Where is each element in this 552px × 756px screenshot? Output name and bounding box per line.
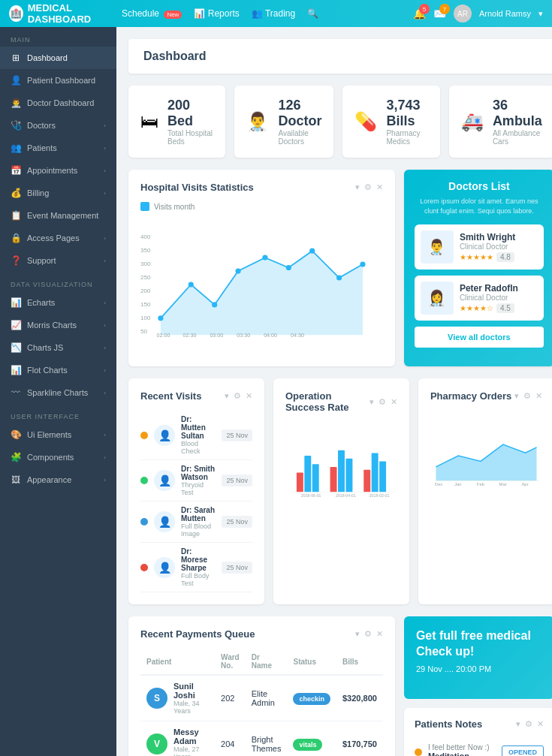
- close-icon[interactable]: ✕: [535, 391, 542, 401]
- payments-table: Patient Ward No. Dr Name Status Bills SS…: [140, 649, 383, 756]
- notes-list: I feel better Now :) Meditation OPENED T…: [415, 739, 544, 756]
- messages-icon[interactable]: ✉️ 7: [433, 8, 446, 20]
- reports-link[interactable]: 📊 Reports: [194, 8, 239, 19]
- doctors-label: Available Doctors: [278, 129, 321, 146]
- sidebar-item-label: Sparkline Charts: [27, 388, 88, 397]
- visit-info-0: Dr: Mutten Sultan Blood Check: [181, 415, 216, 455]
- timeline-dot: [140, 432, 148, 439]
- chevron-down-icon[interactable]: ▾: [370, 397, 374, 407]
- recent-visits-title: Recent Visits: [140, 390, 201, 402]
- table-row: VMessy AdamMale, 27 Years 204 Bright The…: [140, 721, 383, 757]
- stat-card-beds: 🛏 200 Bed Total Hospital Beds: [128, 86, 225, 158]
- sidebar-item-label: Access Pages: [27, 233, 80, 242]
- svg-rect-30: [372, 453, 379, 492]
- sidebar-item-billing[interactable]: 💰 Billing ›: [0, 182, 116, 204]
- sidebar-item-echarts[interactable]: 📊 Echarts ›: [0, 291, 116, 314]
- sidebar-item-doctor-dashboard[interactable]: 👨‍⚕️ Doctor Dashboard: [0, 92, 116, 114]
- notifications-icon[interactable]: 🔔 5: [413, 8, 426, 20]
- sidebar-item-dashboard[interactable]: ⊞ Dashboard: [0, 47, 116, 69]
- svg-text:Jan: Jan: [454, 482, 462, 486]
- svg-point-15: [336, 275, 342, 280]
- sidebar-item-label: Components: [27, 453, 74, 462]
- sidebar-item-doctors[interactable]: 🩺 Doctors ›: [0, 114, 116, 137]
- ui-elements-icon: 🎨: [11, 429, 21, 440]
- chevron-down-icon[interactable]: ▾: [514, 391, 519, 401]
- note-btn-0[interactable]: OPENED: [502, 745, 544, 757]
- chart-controls[interactable]: ▾ ⚙ ✕: [355, 182, 383, 192]
- svg-rect-27: [338, 450, 345, 492]
- right-col: Get full free medical Check up! 29 Nov .…: [404, 616, 552, 756]
- sidebar-item-patient-dashboard[interactable]: 👤 Patient Dashboard: [0, 69, 116, 92]
- bills-cell: $170,750: [336, 721, 383, 757]
- chart-title: Hospital Visits Statistics: [140, 182, 254, 193]
- svg-text:Apr: Apr: [521, 482, 528, 486]
- operation-controls[interactable]: ▾ ⚙ ✕: [370, 397, 397, 407]
- sidebar-main-title: MAIN: [0, 27, 116, 47]
- sidebar-item-label: Appointments: [27, 166, 77, 175]
- sidebar-item-label: Event Management: [27, 211, 98, 220]
- sidebar-item-morris[interactable]: 📈 Morris Charts ›: [0, 314, 116, 336]
- appointments-icon: 📅: [11, 165, 21, 176]
- sidebar-item-sparkline[interactable]: 〰 Sparkline Charts ›: [0, 381, 116, 404]
- sidebar-item-flot[interactable]: 📊 Flot Charts ›: [0, 359, 116, 381]
- pharmacy-controls[interactable]: ▾ ⚙ ✕: [514, 391, 542, 401]
- svg-text:350: 350: [140, 247, 151, 254]
- chevron-down-icon[interactable]: ▾: [225, 391, 229, 401]
- logo-icon: 🏥: [9, 5, 23, 22]
- visit-avatar-0: 👤: [154, 425, 175, 446]
- visit-type-0: Blood Check: [181, 440, 216, 455]
- recent-visits-controls[interactable]: ▾ ⚙ ✕: [225, 391, 252, 401]
- chevron-right-icon: ›: [104, 322, 106, 329]
- hospital-visits-chart-card: Hospital Visits Statistics ▾ ⚙ ✕ Visits …: [128, 170, 395, 366]
- note-text-0: I feel better Now :): [428, 743, 496, 751]
- sidebar-item-appearance[interactable]: 🖼 Appearance ›: [0, 468, 116, 491]
- sidebar-item-components[interactable]: 🧩 Components ›: [0, 446, 116, 468]
- operation-svg: 2018-06-01 2018-04-01 2018-02-01: [285, 422, 397, 512]
- sidebar-item-event-management[interactable]: 📋 Event Management: [0, 204, 116, 227]
- chevron-down-icon[interactable]: ▾: [355, 629, 360, 639]
- sidebar-item-ui-elements[interactable]: 🎨 Ui Elements ›: [0, 423, 116, 446]
- pharmacy-orders-card: Pharmacy Orders ▾ ⚙ ✕ Dec Jan Feb Mar Ap…: [418, 378, 552, 604]
- settings-icon[interactable]: ⚙: [234, 391, 241, 401]
- view-all-doctors-button[interactable]: View all doctors: [415, 327, 544, 348]
- sidebar-item-access-pages[interactable]: 🔒 Access Pages ›: [0, 227, 116, 249]
- doctors-list-card: Doctors List Lorem ipsum dolor sit amet.…: [404, 170, 552, 366]
- close-icon[interactable]: ✕: [537, 719, 544, 729]
- schedule-link[interactable]: Schedule New: [122, 8, 182, 19]
- svg-rect-26: [330, 467, 337, 492]
- svg-rect-29: [363, 470, 370, 492]
- sidebar-item-label: Morris Charts: [27, 321, 77, 330]
- payments-controls[interactable]: ▾ ⚙ ✕: [355, 629, 383, 639]
- sidebar-item-chartsjs[interactable]: 📉 Charts JS ›: [0, 336, 116, 359]
- close-icon[interactable]: ✕: [376, 629, 383, 639]
- doctor-stars-0: ★★★★★: [460, 253, 493, 261]
- close-icon[interactable]: ✕: [246, 391, 252, 401]
- trading-link[interactable]: 👥 Trading: [252, 8, 295, 19]
- sidebar-item-support[interactable]: ❓ Support ›: [0, 249, 116, 272]
- settings-icon[interactable]: ⚙: [364, 182, 372, 192]
- visit-type-3: Full Body Test: [181, 572, 216, 587]
- three-col-row: Recent Visits ▾ ⚙ ✕ 👤 Dr: Mutten Sultan …: [128, 378, 552, 604]
- settings-icon[interactable]: ⚙: [523, 391, 531, 401]
- notes-controls[interactable]: ▾ ⚙ ✕: [516, 719, 544, 729]
- sidebar-item-patients[interactable]: 👥 Patients ›: [0, 137, 116, 159]
- sidebar-item-appointments[interactable]: 📅 Appointments ›: [0, 159, 116, 182]
- chevron-down-icon[interactable]: ▾: [355, 182, 360, 192]
- chevron-down-icon[interactable]: ▾: [516, 719, 520, 729]
- support-icon: ❓: [11, 255, 21, 266]
- settings-icon[interactable]: ⚙: [379, 397, 386, 407]
- close-icon[interactable]: ✕: [391, 397, 397, 407]
- user-dropdown-icon[interactable]: ▾: [538, 9, 543, 19]
- visit-item-1: 👤 Dr: Smith Watson Thryoid Test 25 Nov: [140, 460, 252, 501]
- close-icon[interactable]: ✕: [376, 182, 383, 192]
- settings-icon[interactable]: ⚙: [525, 719, 532, 729]
- svg-text:04:00: 04:00: [264, 333, 277, 339]
- visit-info-3: Dr: Morese Sharpe Full Body Test: [181, 547, 216, 587]
- col-status: Status: [287, 649, 336, 675]
- svg-text:02:30: 02:30: [183, 333, 197, 339]
- visit-type-2: Full Blood Image: [181, 523, 216, 538]
- doctor-rating-num-0: 4.8: [496, 252, 514, 262]
- settings-icon[interactable]: ⚙: [364, 629, 372, 639]
- search-icon[interactable]: 🔍: [307, 8, 318, 19]
- visit-name-3: Dr: Morese Sharpe: [181, 547, 216, 572]
